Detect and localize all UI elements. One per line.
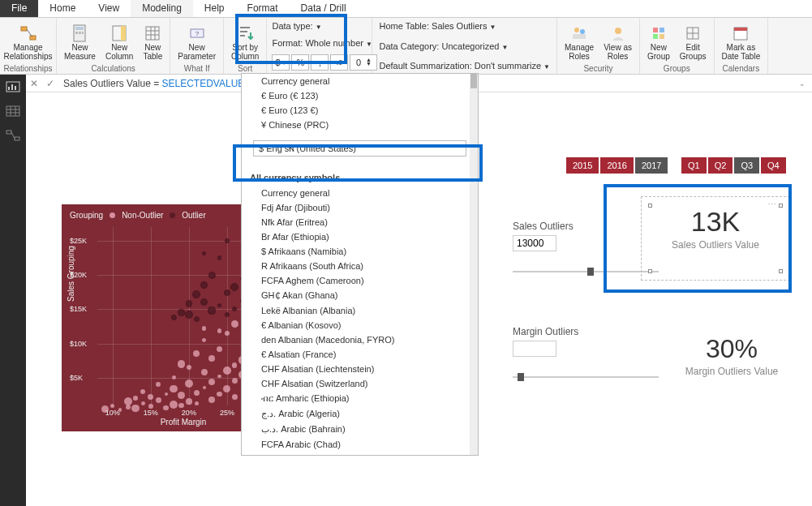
margin-outliers-input[interactable] [513,341,556,357]
data-point [131,405,139,412]
currency-option[interactable]: GH₵ Akan (Ghana) [242,288,478,303]
currency-option[interactable]: den Albanian (Macedonia, FYRO) [242,332,478,347]
svg-rect-7 [82,32,84,34]
calendar-icon [732,24,750,42]
menu-format[interactable]: Format [236,0,290,17]
group-label-relationships: Relationships [3,64,52,73]
currency-option[interactable]: CHF Alsatian (Liechtenstein) [242,362,478,376]
currency-option[interactable]: Currency general [242,74,478,88]
svg-rect-43 [15,137,19,140]
currency-option[interactable]: Nfk Afar (Eritrea) [242,215,478,229]
new-parameter-button[interactable]: ?New Parameter [175,23,218,62]
y-tick: $5K [70,374,83,382]
model-view-icon[interactable] [6,130,20,141]
currency-option[interactable]: Lekë Albanian (Albania) [242,303,478,318]
currency-search-input[interactable]: $ Eng sh (United States) ↖ [253,140,466,157]
sales-outliers-input[interactable] [513,235,556,251]
data-point [217,375,221,378]
q1[interactable]: Q1 [681,157,707,174]
sales-outliers-value-card[interactable]: ⋯ 13K Sales Outliers Value [651,206,780,271]
svg-rect-4 [75,27,84,30]
comma-format-button[interactable]: , [311,54,329,71]
margin-outliers-value-card[interactable]: 30% Margin Outliers Value [667,334,797,377]
menu-home[interactable]: Home [38,0,87,17]
table-icon [144,24,161,42]
currency-option[interactable]: € Albanian (Kosovo) [242,318,478,332]
x-tick: 15% [144,409,158,417]
currency-option[interactable]: Currency general [242,186,478,200]
year-2016[interactable]: 2016 [600,157,633,174]
data-type-row[interactable]: Data type: ▼ [272,21,321,31]
new-measure-button[interactable]: New Measure [62,23,98,62]
report-view-icon[interactable] [6,81,20,92]
q3[interactable]: Q3 [734,157,759,174]
margin-outliers-slider[interactable] [513,376,659,378]
currency-option[interactable]: ብር Amharic (Ethiopia) [242,391,478,406]
edit-groups-icon [684,24,702,42]
data-point [232,362,237,367]
currency-option[interactable]: € Euro (123 €) [242,103,478,118]
data-point [192,290,200,298]
data-point [186,300,193,307]
summarization-row[interactable]: Default Summarization: Don't summarize ▼ [379,61,550,71]
currency-option[interactable]: د.ب. Arabic (Bahrain) [242,422,478,437]
currency-option[interactable]: د.ج. Arabic (Algeria) [242,406,478,422]
currency-option[interactable]: Br Afar (Ethiopia) [242,229,478,244]
quarter-slicer: Q1 Q2 Q3 Q4 [681,157,786,174]
legend-dot-outlier [170,212,175,218]
mark-date-table-button[interactable]: Mark as Date Table [720,23,763,62]
year-2015[interactable]: 2015 [566,157,599,174]
year-2017[interactable]: 2017 [635,157,668,174]
menu-data-drill[interactable]: Data / Drill [290,0,358,17]
chevron-down-icon: ▼ [543,63,550,71]
formula-text[interactable]: Sales Outliers Value = SELECTEDVALUE [58,78,244,89]
data-point [170,385,177,392]
currency-option[interactable]: ¥ Chinese (PRC) [242,118,478,132]
currency-format-button[interactable]: $▼ [272,54,290,71]
sort-by-column-button[interactable]: Sort by Column [229,23,261,62]
cancel-formula-icon[interactable]: ✕ [26,78,42,89]
data-view-icon[interactable] [6,105,20,117]
data-point [225,312,230,318]
svg-rect-9 [121,26,126,41]
menu-view[interactable]: View [87,0,131,17]
card-menu-icon[interactable]: ⋯ [767,199,779,210]
card-label: Margin Outliers Value [667,366,797,377]
percent-format-button[interactable]: % [291,54,309,71]
manage-roles-button[interactable]: Manage Roles [562,23,596,62]
menu-file[interactable]: File [0,0,38,17]
view-as-roles-button[interactable]: View as Roles [601,23,634,62]
chevron-down-icon[interactable]: ⌄ [799,79,812,88]
data-point [172,375,176,380]
svg-point-20 [574,28,579,32]
new-column-button[interactable]: New Column [103,23,135,62]
dropdown-scrollbar[interactable] [470,74,478,455]
menu-modeling[interactable]: Modeling [131,0,193,17]
manage-relationships-button[interactable]: Manage Relationships [1,23,54,62]
group-label-calculations: Calculations [91,64,135,73]
commit-formula-icon[interactable]: ✓ [42,78,58,89]
sales-outliers-slider[interactable] [513,271,659,272]
y-tick: $15K [70,305,87,313]
currency-option[interactable]: € Alsatian (France) [242,347,478,362]
data-point [200,281,208,289]
currency-option[interactable]: CHF Alsatian (Switzerland) [242,376,478,391]
currency-option[interactable]: $ Afrikaans (Namibia) [242,244,478,259]
currency-option[interactable]: FCFA Aghem (Cameroon) [242,273,478,288]
currency-option[interactable]: R Afrikaans (South Africa) [242,259,478,273]
group-label-calendars: Calendars [723,64,760,73]
edit-groups-button[interactable]: Edit Groups [677,23,709,62]
menu-help[interactable]: Help [193,0,236,17]
currency-option[interactable]: FCFA Arabic (Chad) [242,437,478,452]
data-category-row[interactable]: Data Category: Uncategorized ▼ [379,41,508,51]
q2[interactable]: Q2 [708,157,733,174]
new-table-button[interactable]: New Table [140,23,165,62]
format-row[interactable]: Format: Whole number ▼ [272,38,372,48]
currency-option[interactable]: Fdj Afar (Djibouti) [242,200,478,215]
decimals-icon-button[interactable]: .0 [330,54,348,71]
currency-option[interactable]: € Euro (€ 123) [242,88,478,103]
q4[interactable]: Q4 [761,157,786,174]
y-tick: $20K [70,271,87,279]
new-group-button[interactable]: New Group [645,23,672,62]
home-table-row[interactable]: Home Table: Sales Outliers ▼ [379,21,496,31]
